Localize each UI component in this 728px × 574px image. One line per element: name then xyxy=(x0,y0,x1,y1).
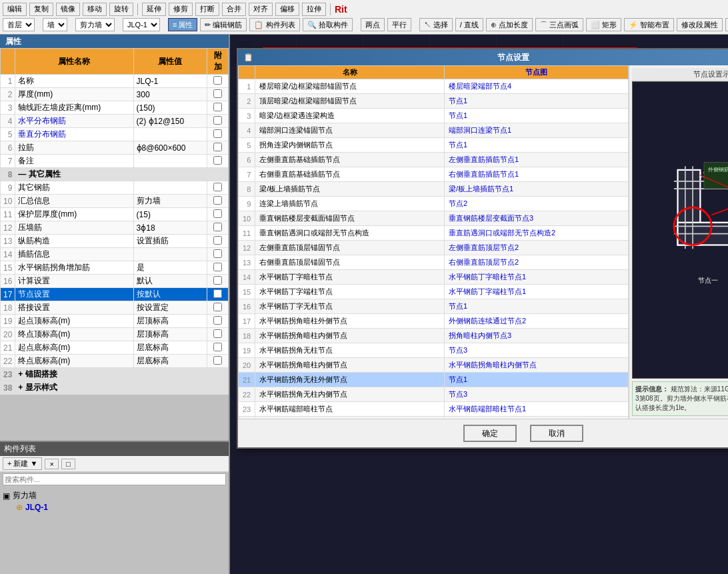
tree-leaf-jlq1[interactable]: ⊕ JLQ-1 xyxy=(16,502,226,513)
prop-row-checkbox[interactable] xyxy=(207,235,229,248)
prop-row-checkbox[interactable] xyxy=(207,328,229,341)
node-row[interactable]: 4端部洞口连梁锚固节点端部洞口连梁节点1 xyxy=(239,123,629,138)
subtype-select[interactable]: 剪力墙 xyxy=(75,18,115,31)
node-row[interactable]: 23水平钢筋端部暗柱节点水平钢筋端部暗柱节点1 xyxy=(239,402,629,417)
new-comp-btn[interactable]: + 新建 ▼ xyxy=(3,457,42,470)
prop-row-checkbox[interactable] xyxy=(207,155,229,168)
prop-row[interactable]: 4水平分布钢筋(2) ϕ12@150 xyxy=(1,115,229,128)
confirm-btn[interactable]: 确定 xyxy=(463,425,517,442)
prop-row-checkbox[interactable] xyxy=(207,341,229,355)
prop-row[interactable]: 22终点底标高(m)层底标高 xyxy=(1,355,229,368)
prop-row[interactable]: 12压墙筋3ϕ18 xyxy=(1,221,229,235)
node-row[interactable]: 1楼层暗梁/边框梁端部锚固节点楼层暗梁端部节点4 xyxy=(239,79,629,94)
prop-row[interactable]: 8— 其它属性 xyxy=(1,168,229,181)
node-row[interactable]: 14水平钢筋丁字暗柱节点水平钢筋丁字暗柱节点1 xyxy=(239,270,629,285)
pick-comp-btn[interactable]: 🔍 拾取构件 xyxy=(303,18,353,31)
prop-btn[interactable]: ≡ 属性 xyxy=(168,18,197,31)
node-row[interactable]: 16水平钢筋丁字无柱节点节点1 xyxy=(239,299,629,314)
copy-comp-btn[interactable]: □ xyxy=(61,459,75,469)
smart-btn[interactable]: ⚡ 智能布置 xyxy=(624,18,674,31)
node-row[interactable]: 5拐角连梁内侧钢筋节点节点1 xyxy=(239,138,629,153)
delete-comp-btn[interactable]: × xyxy=(45,459,58,469)
search-comp-input[interactable] xyxy=(3,473,226,485)
prop-row[interactable]: 23+ 锚固搭接 xyxy=(1,368,229,381)
node-row[interactable]: 18水平钢筋拐角暗柱内侧节点拐角暗柱内侧节点3 xyxy=(239,329,629,343)
prop-row-checkbox[interactable] xyxy=(207,88,229,101)
prop-row[interactable]: 10汇总信息剪力墙 xyxy=(1,195,229,208)
merge-btn[interactable]: 合并 xyxy=(222,3,246,16)
node-row[interactable]: 8梁/板上墙插筋节点梁/板上墙插筋节点1 xyxy=(239,182,629,197)
node-row[interactable]: 17水平钢筋拐角暗柱外侧节点外侧钢筋连续通过节点2 xyxy=(239,314,629,329)
prop-row-checkbox[interactable] xyxy=(207,101,229,115)
prop-row[interactable]: 5垂直分布钢筋 xyxy=(1,128,229,141)
prop-row-checkbox[interactable] xyxy=(207,128,229,141)
prop-row[interactable]: 15水平钢筋拐角增加筋是 xyxy=(1,261,229,275)
prop-row-checkbox[interactable] xyxy=(207,141,229,155)
query-elev-btn[interactable]: 查改标高 xyxy=(725,18,728,31)
node-table-scroll[interactable]: 名称 节点图 1楼层暗梁/边框梁端部锚固节点楼层暗梁端部节点42顶层暗梁/边框梁… xyxy=(238,65,629,419)
prop-row[interactable]: 17节点设置按默认 xyxy=(1,288,229,301)
copy-btn[interactable]: 复制 xyxy=(29,3,53,16)
cancel-btn[interactable]: 取消 xyxy=(530,425,583,442)
node-row[interactable]: 19水平钢筋拐角无柱节点节点3 xyxy=(239,343,629,358)
node-row[interactable]: 13右侧垂直筋顶层锚固节点右侧垂直筋顶层节点2 xyxy=(239,255,629,270)
prop-row-checkbox[interactable] xyxy=(207,221,229,235)
break-btn[interactable]: 打断 xyxy=(195,3,219,16)
prop-row-checkbox[interactable] xyxy=(207,75,229,88)
prop-row-checkbox[interactable] xyxy=(207,195,229,208)
node-row[interactable]: 2顶层暗梁/边框梁端部锚固节点节点1 xyxy=(239,94,629,109)
id-select[interactable]: JLQ-1 xyxy=(123,18,160,31)
comp-list-btn[interactable]: 📋 构件列表 xyxy=(249,18,299,31)
prop-row-checkbox[interactable] xyxy=(207,315,229,328)
two-point-btn[interactable]: 两点 xyxy=(361,18,385,31)
prop-row[interactable]: 20终点顶标高(m)层顶标高 xyxy=(1,328,229,341)
move-btn[interactable]: 移动 xyxy=(83,3,107,16)
prop-row[interactable]: 1名称JLQ-1 xyxy=(1,75,229,88)
line-btn[interactable]: / 直线 xyxy=(455,18,483,31)
trim-btn[interactable]: 修剪 xyxy=(169,3,193,16)
prop-row[interactable]: 16计算设置默认 xyxy=(1,275,229,288)
node-row[interactable]: 3暗梁/边框梁遇连梁构造节点1 xyxy=(239,109,629,123)
node-row[interactable]: 21水平钢筋拐角无柱外侧节点节点1 xyxy=(239,373,629,387)
edit-btn[interactable]: 编辑 xyxy=(3,3,27,16)
prop-row[interactable]: 13纵筋构造设置插筋 xyxy=(1,235,229,248)
prop-row-checkbox[interactable] xyxy=(207,115,229,128)
prop-row-checkbox[interactable] xyxy=(207,261,229,275)
prop-row[interactable]: 18搭接设置按设置定 xyxy=(1,301,229,315)
prop-row[interactable]: 19起点顶标高(m)层顶标高 xyxy=(1,315,229,328)
add-len-btn[interactable]: ⊕ 点加长度 xyxy=(486,18,533,31)
prop-row[interactable]: 6拉筋ϕ8@600×600 xyxy=(1,141,229,155)
node-row[interactable]: 24水平钢筋端部端柱节点端部端柱节点1 xyxy=(239,417,629,419)
type-select[interactable]: 墙 xyxy=(43,18,67,31)
edit-rebar-btn[interactable]: ✏ 编辑钢筋 xyxy=(200,18,247,31)
prop-row-checkbox[interactable] xyxy=(207,301,229,315)
rect-btn[interactable]: ⬜ 矩形 xyxy=(586,18,621,31)
align-btn[interactable]: 对齐 xyxy=(249,3,273,16)
node-row[interactable]: 15水平钢筋丁字端柱节点水平钢筋丁字端柱节点1 xyxy=(239,285,629,299)
prop-row[interactable]: 7备注 xyxy=(1,155,229,168)
node-row[interactable]: 7右侧垂直筋基础插筋节点右侧垂直筋插筋节点1 xyxy=(239,167,629,182)
stretch-btn[interactable]: 拉伸 xyxy=(302,3,326,16)
arc-btn[interactable]: ⌒ 三点画弧 xyxy=(535,18,583,31)
prop-row-checkbox[interactable] xyxy=(207,208,229,221)
prop-row[interactable]: 9其它钢筋 xyxy=(1,181,229,195)
prop-row[interactable]: 14插筋信息 xyxy=(1,248,229,261)
layer-select[interactable]: 首层 xyxy=(3,18,35,31)
extend-btn[interactable]: 延伸 xyxy=(142,3,166,16)
node-row[interactable]: 22水平钢筋拐角无柱内侧节点节点3 xyxy=(239,387,629,402)
node-row[interactable]: 11垂直钢筋遇洞口或端部无节点构造垂直筋遇洞口或端部无节点构造2 xyxy=(239,226,629,241)
mirror-btn[interactable]: 镜像 xyxy=(56,3,80,16)
node-row[interactable]: 20水平钢筋拐角暗柱内侧节点水平钢筋拐角暗柱内侧节点 xyxy=(239,358,629,373)
prop-row[interactable]: 2厚度(mm)300 xyxy=(1,88,229,101)
node-row[interactable]: 6左侧垂直筋基础插筋节点左侧垂直筋插筋节点1 xyxy=(239,153,629,167)
prop-row-checkbox[interactable] xyxy=(207,288,229,301)
offset-btn[interactable]: 偏移 xyxy=(275,3,299,16)
prop-row-checkbox[interactable] xyxy=(207,275,229,288)
select-btn[interactable]: ↖ 选择 xyxy=(419,18,453,31)
modify-seg-btn[interactable]: 修改段属性 xyxy=(677,18,723,31)
node-row[interactable]: 9连梁上墙插筋节点节点2 xyxy=(239,197,629,211)
prop-row[interactable]: 3轴线距左墙皮距离(mm)(150) xyxy=(1,101,229,115)
prop-row[interactable]: 11保护层厚度(mm)(15) xyxy=(1,208,229,221)
node-row[interactable]: 10垂直钢筋楼层变截面锚固节点垂直钢筋楼层变截面节点3 xyxy=(239,211,629,226)
prop-row[interactable]: 21起点底标高(m)层底标高 xyxy=(1,341,229,355)
